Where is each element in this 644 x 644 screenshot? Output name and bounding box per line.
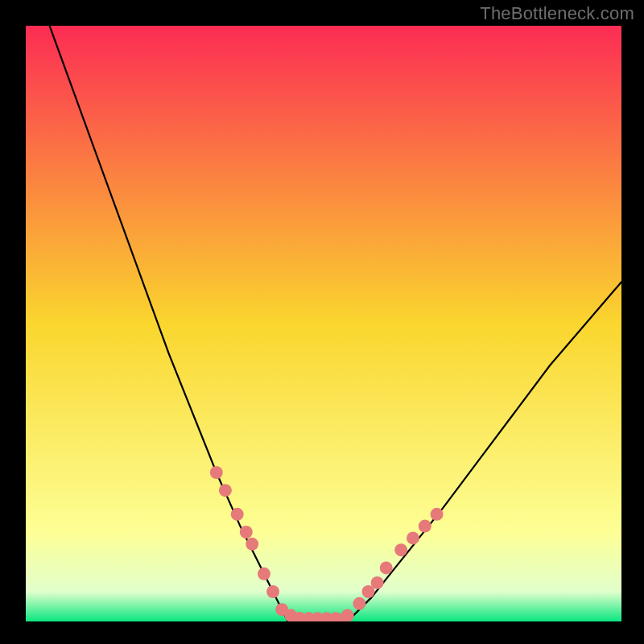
dot-left-dots-6	[266, 585, 279, 598]
plot-area	[26, 26, 621, 621]
dot-right-dots-0	[341, 609, 354, 621]
dot-right-dots-6	[407, 531, 419, 544]
dot-left-dots-3	[240, 526, 253, 539]
dot-right-dots-1	[353, 597, 365, 610]
dot-left-dots-5	[258, 568, 270, 580]
dot-left-dots-1	[219, 484, 232, 497]
watermark-text: TheBottleneck.com	[480, 3, 634, 24]
chart-container: TheBottleneck.com	[0, 0, 644, 644]
dot-left-dots-4	[246, 538, 258, 551]
dot-right-dots-4	[380, 561, 393, 574]
dot-right-dots-5	[394, 543, 407, 556]
dot-right-dots-3	[371, 576, 384, 589]
dot-left-dots-2	[231, 508, 244, 521]
chart-svg	[26, 26, 621, 621]
dot-left-dots-0	[210, 466, 223, 479]
dot-right-dots-7	[419, 520, 431, 533]
dot-right-dots-8	[431, 508, 444, 521]
gradient-bg	[26, 26, 621, 621]
